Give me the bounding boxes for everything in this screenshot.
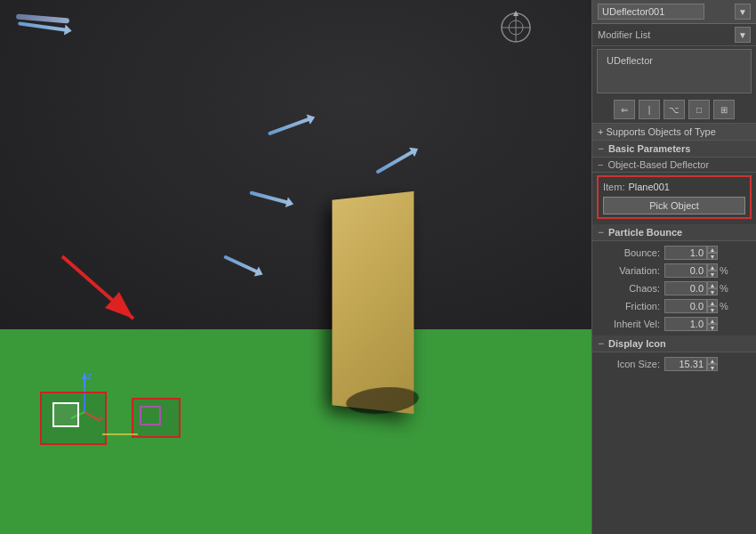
panel-toolbar: ⇐ | ⌥ □ ⊞ xyxy=(592,96,756,124)
inherit-vel-row: Inherit Vel: ▲ ▼ xyxy=(598,315,751,333)
inherit-vel-spinner[interactable]: ▲ ▼ xyxy=(707,317,718,331)
basic-parameters-label: Basic Parameters xyxy=(608,143,690,154)
bounce-label: Bounce: xyxy=(598,247,664,258)
inherit-vel-label: Inherit Vel: xyxy=(598,319,664,329)
svg-rect-13 xyxy=(141,407,160,425)
inherit-vel-input[interactable] xyxy=(664,317,707,331)
icon-size-spinner[interactable]: ▲ ▼ xyxy=(707,357,718,371)
variation-spinner[interactable]: ▲ ▼ xyxy=(707,263,718,278)
inner-object-box xyxy=(52,402,79,427)
supports-section: + Supports Objects of Type xyxy=(592,124,756,141)
object-name-input[interactable] xyxy=(598,4,704,20)
chaos-input[interactable] xyxy=(664,281,707,295)
particle-bounce-bar[interactable]: − Particle Bounce xyxy=(592,224,756,241)
modifier-stack-box: UDeflector xyxy=(597,49,752,93)
chaos-unit: % xyxy=(720,283,728,294)
basic-params-dash: − xyxy=(598,142,604,155)
friction-up[interactable]: ▲ xyxy=(707,299,718,306)
friction-input[interactable] xyxy=(664,299,707,313)
display-icon-label: Display Icon xyxy=(608,338,666,349)
icon-size-down[interactable]: ▼ xyxy=(707,364,718,371)
display-icon-bar[interactable]: − Display Icon xyxy=(592,336,756,352)
icon-size-input[interactable] xyxy=(664,357,707,371)
object-deflector-dash: − xyxy=(598,159,603,170)
copy-button[interactable]: □ xyxy=(688,100,710,119)
wire-button[interactable]: ⌥ xyxy=(664,100,685,119)
red-annotation-arrow xyxy=(53,247,160,338)
modifier-list-dropdown[interactable]: ▼ xyxy=(735,27,751,43)
chaos-spinner[interactable]: ▲ ▼ xyxy=(707,281,718,295)
supports-label: + Supports Objects of Type xyxy=(598,126,716,137)
modifier-item[interactable]: UDeflector xyxy=(603,53,745,68)
object-deflector-label: Object-Based Deflector xyxy=(607,159,709,170)
inherit-vel-down[interactable]: ▼ xyxy=(707,324,718,331)
variation-label: Variation: xyxy=(598,265,664,276)
display-icon-dash: − xyxy=(598,337,604,350)
basic-parameters-bar[interactable]: − Basic Parameters xyxy=(592,141,756,158)
chaos-up[interactable]: ▲ xyxy=(707,281,718,288)
chaos-down[interactable]: ▼ xyxy=(707,288,718,295)
panel-header: ▼ xyxy=(592,0,756,24)
item-row: Item: Plane001 xyxy=(603,180,745,194)
chaos-label: Chaos: xyxy=(598,283,664,294)
inherit-vel-up[interactable]: ▲ xyxy=(707,317,718,324)
properties-panel: ▼ Modifier List ▼ UDeflector ⇐ | ⌥ □ ⊞ +… xyxy=(591,0,756,534)
object-deflector-bar[interactable]: − Object-Based Deflector xyxy=(592,158,756,173)
svg-line-6 xyxy=(62,256,133,319)
item-value: Plane001 xyxy=(628,182,670,192)
variation-input[interactable] xyxy=(664,263,707,278)
bounce-down[interactable]: ▼ xyxy=(707,253,718,260)
variation-up[interactable]: ▲ xyxy=(707,263,718,271)
pin-button[interactable]: ⇐ xyxy=(614,100,635,119)
particle-bounce-label: Particle Bounce xyxy=(608,227,682,238)
selected-object-box[interactable] xyxy=(40,392,107,445)
item-label: Item: xyxy=(603,182,624,192)
separator-button[interactable]: | xyxy=(639,100,660,119)
icon-size-up[interactable]: ▲ xyxy=(707,357,718,364)
object-name-dropdown[interactable]: ▼ xyxy=(735,4,751,20)
bounce-input[interactable] xyxy=(664,246,707,260)
variation-row: Variation: ▲ ▼ % xyxy=(598,262,751,279)
particle-bounce-section: Bounce: ▲ ▼ Variation: ▲ ▼ % Chaos: ▲ ▼ xyxy=(592,241,756,336)
friction-down[interactable]: ▼ xyxy=(707,306,718,313)
friction-unit: % xyxy=(720,301,728,312)
particle-bounce-dash: − xyxy=(598,226,604,239)
variation-unit: % xyxy=(720,265,728,276)
bounce-spinner[interactable]: ▲ ▼ xyxy=(707,246,718,260)
display-icon-section: Icon Size: ▲ ▼ xyxy=(592,352,756,376)
secondary-selected-box[interactable] xyxy=(132,398,181,438)
plane-object xyxy=(332,191,414,414)
unique-button[interactable]: ⊞ xyxy=(713,100,735,119)
icon-size-row: Icon Size: ▲ ▼ xyxy=(598,355,751,373)
navigation-icon[interactable] xyxy=(494,11,538,44)
friction-label: Friction: xyxy=(598,301,664,312)
icon-size-label: Icon Size: xyxy=(598,359,664,369)
bounce-up[interactable]: ▲ xyxy=(707,246,718,253)
svg-text:Z: Z xyxy=(87,372,92,381)
variation-down[interactable]: ▼ xyxy=(707,271,718,278)
object-deflector-box: Item: Plane001 Pick Object xyxy=(597,175,752,219)
friction-spinner[interactable]: ▲ ▼ xyxy=(707,299,718,313)
modifier-list-label: Modifier List xyxy=(598,29,735,40)
modifier-list-row: Modifier List ▼ xyxy=(592,24,756,46)
viewport: Z X xyxy=(0,0,591,534)
bounce-row: Bounce: ▲ ▼ xyxy=(598,244,751,262)
chaos-row: Chaos: ▲ ▼ % xyxy=(598,279,751,297)
pick-object-button[interactable]: Pick Object xyxy=(603,197,745,214)
friction-row: Friction: ▲ ▼ % xyxy=(598,297,751,315)
